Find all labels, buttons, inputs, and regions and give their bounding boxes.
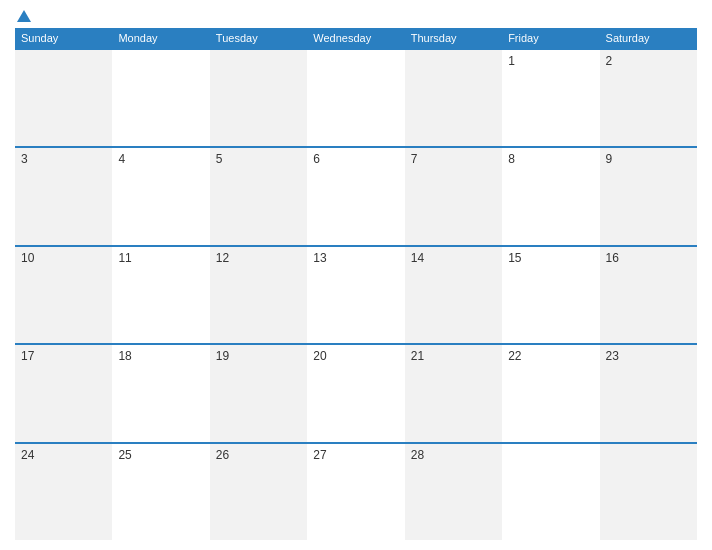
day-number: 11 — [118, 251, 131, 265]
day-number: 14 — [411, 251, 424, 265]
day-number: 5 — [216, 152, 223, 166]
day-number: 2 — [606, 54, 613, 68]
day-number: 24 — [21, 448, 34, 462]
day-number: 23 — [606, 349, 619, 363]
calendar-cell: 26 — [210, 444, 307, 540]
calendar-cell — [210, 50, 307, 146]
calendar-body: 1234567891011121314151617181920212223242… — [15, 48, 697, 540]
calendar-week-2: 3456789 — [15, 146, 697, 244]
calendar-cell: 10 — [15, 247, 112, 343]
day-number: 8 — [508, 152, 515, 166]
page-header — [15, 10, 697, 22]
day-number: 18 — [118, 349, 131, 363]
day-number: 20 — [313, 349, 326, 363]
day-number: 28 — [411, 448, 424, 462]
day-header-wednesday: Wednesday — [307, 28, 404, 48]
calendar-cell — [112, 50, 209, 146]
calendar-cell: 19 — [210, 345, 307, 441]
calendar-week-1: 12 — [15, 48, 697, 146]
day-number: 12 — [216, 251, 229, 265]
calendar-cell: 20 — [307, 345, 404, 441]
day-number: 16 — [606, 251, 619, 265]
calendar-cell: 27 — [307, 444, 404, 540]
day-number: 26 — [216, 448, 229, 462]
logo-triangle-icon — [17, 10, 31, 22]
calendar-cell: 3 — [15, 148, 112, 244]
calendar-cell — [502, 444, 599, 540]
day-number: 15 — [508, 251, 521, 265]
calendar-cell — [15, 50, 112, 146]
calendar-week-5: 2425262728 — [15, 442, 697, 540]
calendar-cell: 17 — [15, 345, 112, 441]
day-number: 25 — [118, 448, 131, 462]
calendar-cell: 18 — [112, 345, 209, 441]
day-header-saturday: Saturday — [600, 28, 697, 48]
calendar-cell: 22 — [502, 345, 599, 441]
calendar-week-3: 10111213141516 — [15, 245, 697, 343]
calendar-cell: 9 — [600, 148, 697, 244]
calendar-cell: 4 — [112, 148, 209, 244]
calendar-week-4: 17181920212223 — [15, 343, 697, 441]
day-number: 4 — [118, 152, 125, 166]
day-number: 13 — [313, 251, 326, 265]
day-number: 6 — [313, 152, 320, 166]
calendar-header-row: SundayMondayTuesdayWednesdayThursdayFrid… — [15, 28, 697, 48]
day-header-monday: Monday — [112, 28, 209, 48]
logo-blue-text — [15, 10, 31, 22]
day-number: 10 — [21, 251, 34, 265]
calendar-cell: 15 — [502, 247, 599, 343]
day-header-friday: Friday — [502, 28, 599, 48]
calendar-cell — [307, 50, 404, 146]
day-number: 17 — [21, 349, 34, 363]
calendar-cell: 12 — [210, 247, 307, 343]
calendar-cell: 5 — [210, 148, 307, 244]
calendar-cell: 14 — [405, 247, 502, 343]
calendar-cell: 16 — [600, 247, 697, 343]
calendar-cell: 8 — [502, 148, 599, 244]
calendar-cell: 23 — [600, 345, 697, 441]
calendar-cell — [405, 50, 502, 146]
calendar-cell: 1 — [502, 50, 599, 146]
calendar-page: SundayMondayTuesdayWednesdayThursdayFrid… — [0, 0, 712, 550]
day-number: 27 — [313, 448, 326, 462]
day-number: 21 — [411, 349, 424, 363]
calendar-cell: 7 — [405, 148, 502, 244]
calendar: SundayMondayTuesdayWednesdayThursdayFrid… — [15, 28, 697, 540]
calendar-cell: 21 — [405, 345, 502, 441]
calendar-cell: 6 — [307, 148, 404, 244]
day-header-thursday: Thursday — [405, 28, 502, 48]
day-header-sunday: Sunday — [15, 28, 112, 48]
calendar-cell: 28 — [405, 444, 502, 540]
calendar-cell: 24 — [15, 444, 112, 540]
calendar-cell: 13 — [307, 247, 404, 343]
calendar-cell — [600, 444, 697, 540]
calendar-cell: 2 — [600, 50, 697, 146]
day-number: 1 — [508, 54, 515, 68]
day-number: 3 — [21, 152, 28, 166]
day-number: 22 — [508, 349, 521, 363]
calendar-cell: 11 — [112, 247, 209, 343]
day-number: 7 — [411, 152, 418, 166]
day-number: 19 — [216, 349, 229, 363]
day-number: 9 — [606, 152, 613, 166]
logo — [15, 10, 31, 22]
calendar-cell: 25 — [112, 444, 209, 540]
day-header-tuesday: Tuesday — [210, 28, 307, 48]
